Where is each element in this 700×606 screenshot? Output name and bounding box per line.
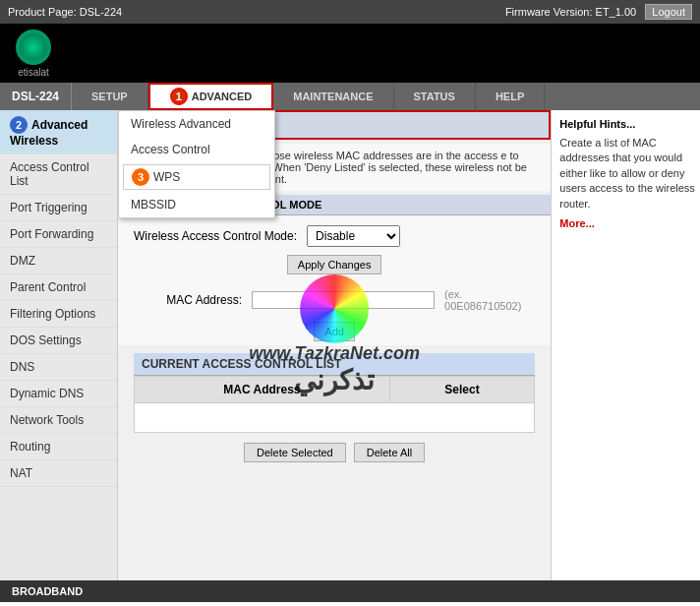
sidebar-item-dmz[interactable]: DMZ [0, 248, 117, 274]
sidebar-item-port-forwarding[interactable]: Port Forwarding [0, 221, 117, 248]
copyright-bar: Copyright © 2005-2012 D-Link Systems, In… [0, 602, 700, 606]
footer-bar: BROADBAND [0, 580, 700, 602]
col-select: Select [389, 377, 535, 403]
more-link[interactable]: More... [559, 217, 594, 229]
table-empty-row [135, 403, 535, 433]
sidebar-item-advanced-wireless[interactable]: 2Advanced Wireless [0, 110, 117, 154]
brand-logo: etisalat [16, 30, 51, 78]
apply-changes-button[interactable]: Apply Changes [287, 255, 382, 274]
sidebar-item-nat[interactable]: NAT [0, 460, 117, 487]
badge-2: 2 [10, 116, 28, 134]
access-control-table-section: CURRENT ACCESS CONTROL LIST MAC Address … [118, 353, 551, 476]
top-bar: Product Page: DSL-224 Firmware Version: … [0, 0, 700, 24]
badge-3: 3 [132, 168, 149, 186]
wireless-mode-select[interactable]: Disable Allow Listed Deny Listed [307, 225, 400, 247]
dropdown-menu: Wireless Advanced Access Control 3WPS MB… [118, 110, 275, 218]
mac-row: MAC Address: (ex. 00E086710502) [134, 288, 535, 312]
mac-label: MAC Address: [134, 293, 252, 307]
sidebar: 2Advanced Wireless Access Control List P… [0, 110, 118, 580]
sidebar-item-port-triggering[interactable]: Port Triggering [0, 195, 117, 221]
mac-input[interactable] [252, 291, 435, 309]
logo-area: etisalat [0, 24, 700, 83]
tab-maintenance[interactable]: MAINTENANCE [273, 83, 393, 110]
sidebar-item-parent-control[interactable]: Parent Control [0, 274, 117, 301]
nav-bar: DSL-224 SETUP 1 ADVANCED MAINTENANCE STA… [0, 83, 700, 110]
menu-access-control[interactable]: Access Control [119, 137, 274, 162]
main-layout: 2Advanced Wireless Access Control List P… [0, 110, 700, 580]
menu-wireless-advanced[interactable]: Wireless Advanced [119, 111, 274, 137]
delete-selected-button[interactable]: Delete Selected [244, 443, 346, 462]
logo-circle-inner [20, 33, 47, 61]
wireless-mode-label: Wireless Access Control Mode: [134, 229, 307, 243]
sidebar-item-access-control-list[interactable]: Access Control List [0, 154, 117, 195]
brand-name: etisalat [18, 67, 49, 78]
mac-entry-section: MAC Address: (ex. 00E086710502) Add www.… [118, 284, 551, 345]
hints-panel: Helpful Hints... Create a list of MAC ad… [551, 110, 700, 580]
wireless-mode-row: Wireless Access Control Mode: Disable Al… [134, 225, 535, 247]
model-label: DSL-224 [0, 83, 72, 110]
sidebar-item-filtering-options[interactable]: Filtering Options [0, 301, 117, 328]
access-control-table: MAC Address Select [134, 376, 535, 433]
main-content: Wireless Advanced Access Control 3WPS MB… [118, 110, 551, 580]
hints-text: Create a list of MAC addresses that you … [559, 136, 700, 212]
sidebar-item-dns[interactable]: DNS [0, 354, 117, 381]
sidebar-item-routing[interactable]: Routing [0, 434, 117, 460]
tab-status[interactable]: STATUS [394, 83, 476, 110]
sidebar-item-dynamic-dns[interactable]: Dynamic DNS [0, 381, 117, 407]
logo-circle [16, 30, 51, 65]
brand-footer-label: BROADBAND [12, 585, 83, 597]
tab-setup[interactable]: SETUP [72, 83, 148, 110]
col-mac-address: MAC Address [135, 377, 390, 403]
product-label: Product Page: DSL-224 [8, 6, 122, 18]
hints-title: Helpful Hints... [559, 118, 700, 130]
menu-mbssid[interactable]: MBSSID [119, 192, 274, 217]
tab-advanced[interactable]: 1 ADVANCED [148, 83, 274, 110]
delete-all-button[interactable]: Delete All [354, 443, 425, 462]
badge-1: 1 [170, 88, 188, 105]
sidebar-item-dos-settings[interactable]: DOS Settings [0, 328, 117, 354]
content-wrapper: Wireless Advanced Access Control 3WPS MB… [118, 110, 700, 580]
tab-help[interactable]: HELP [476, 83, 545, 110]
logout-button[interactable]: Logout [645, 4, 692, 20]
mac-hint: (ex. 00E086710502) [444, 288, 535, 312]
current-acl-title: CURRENT ACCESS CONTROL LIST [134, 353, 535, 376]
wireless-mode-form: Wireless Access Control Mode: Disable Al… [118, 215, 551, 284]
table-action-buttons: Delete Selected Delete All [134, 439, 535, 466]
sidebar-item-network-tools[interactable]: Network Tools [0, 407, 117, 434]
menu-wps[interactable]: 3WPS [123, 164, 270, 190]
firmware-info: Firmware Version: ET_1.00 Logout [505, 4, 692, 20]
add-button[interactable]: Add [314, 322, 355, 341]
